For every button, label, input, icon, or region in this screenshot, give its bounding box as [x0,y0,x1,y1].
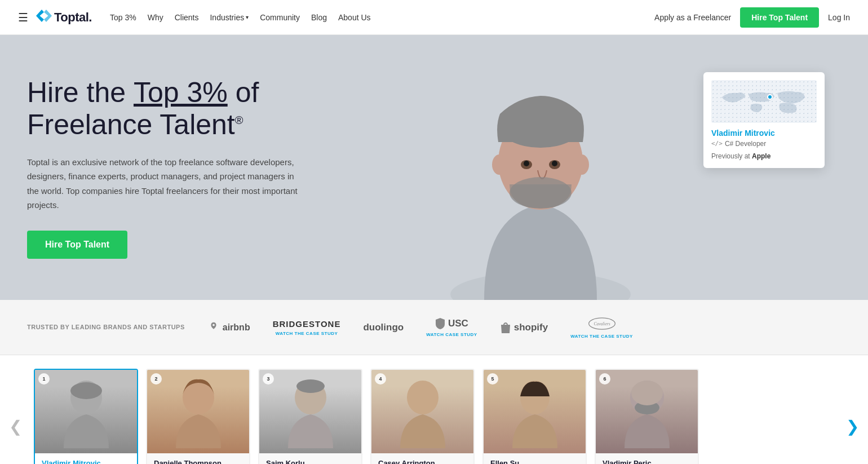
freelancer-info-5: Ellen Su ▌▐ Finance Expert [484,453,586,464]
freelancer-info-1: Vladimir Mitrovic </> C# Developer [35,453,137,464]
nav-link-community[interactable]: Community [260,13,300,22]
freelancer-avatar-3 [259,370,361,453]
usc-shield-icon [435,317,445,330]
freelancer-card-6[interactable]: 6 Vladimir Peric </> JavaScript Develope… [595,369,699,464]
hero-title-part2: of [228,77,259,108]
shopify-logo[interactable]: shopify [500,321,548,334]
svg-point-18 [407,381,439,414]
trusted-label: TRUSTED BY LEADING BRANDS AND STARTUPS [27,322,185,332]
svg-point-9 [492,154,507,175]
freelancer-carousel: 1 Vladimir Mitrovic </> C# Developer 2 [34,369,834,464]
freelancer-card-5[interactable]: 5 Ellen Su ▌▐ Finance Expert [482,369,587,464]
hire-top-talent-nav-button[interactable]: Hire Top Talent [740,7,819,28]
nav-link-industries[interactable]: Industries ▾ [210,13,249,22]
svg-text:Cavaliers: Cavaliers [594,321,610,326]
navbar: ☰ Toptal. Top 3% Why Clients Industries … [0,0,868,35]
shopify-bag-icon [500,321,511,334]
trusted-section: TRUSTED BY LEADING BRANDS AND STARTUPS a… [0,300,868,355]
map-pin-icon [767,94,773,100]
profile-card-map [711,80,817,123]
profile-card-prev: Previously at Apple [711,152,817,160]
airbnb-logo[interactable]: airbnb [207,321,250,334]
hero-profile-card: Vladimir Mitrovic </> C# Developer Previ… [703,72,825,168]
freelancer-avatar-2 [147,370,249,453]
carousel-next-button[interactable]: ❯ [842,413,863,440]
profile-card-name: Vladimir Mitrovic [711,129,817,138]
card-rank-6: 6 [599,373,610,385]
airbnb-icon [207,321,220,334]
profile-card-role: </> C# Developer [711,140,817,148]
nav-link-about[interactable]: About Us [338,13,371,22]
svg-point-7 [552,161,557,166]
svg-point-17 [296,379,325,393]
freelancer-info-3: Saim Korlu ▌▐ M&A Expert [259,453,361,464]
hamburger-menu[interactable]: ☰ [18,11,28,24]
bridgestone-case-study[interactable]: WATCH THE CASE STUDY [276,331,338,336]
card-rank-5: 5 [487,373,498,385]
freelancer-name-1: Vladimir Mitrovic [42,459,130,464]
freelancer-card-4[interactable]: 4 Casey Arrington ☑ Product Manager [370,369,475,464]
freelancer-avatar-5 [484,370,586,453]
brand-airbnb: airbnb [207,321,250,334]
svg-point-10 [574,154,589,175]
hero-section: Hire the Top 3% of Freelance Talent® Top… [0,35,868,300]
bridgestone-logo[interactable]: BRIDGESTONE [273,319,341,329]
industries-chevron-icon: ▾ [246,14,249,20]
card-rank-1: 1 [38,373,50,385]
person-silhouette-3 [282,375,339,448]
freelancer-card-3[interactable]: 3 Saim Korlu ▌▐ M&A Expert [258,369,362,464]
usc-case-study[interactable]: WATCH CASE STUDY [426,332,477,337]
logo-text: Toptal. [54,10,92,25]
freelancer-avatar-4 [371,370,473,453]
hero-title-part1: Hire the [27,77,134,108]
freelancer-card-1[interactable]: 1 Vladimir Mitrovic </> C# Developer [34,369,138,464]
login-link[interactable]: Log In [828,13,850,22]
brand-cavaliers: Cavaliers WATCH THE CASE STUDY [570,316,633,339]
freelancer-avatar-1 [35,370,137,453]
hero-title: Hire the Top 3% of Freelance Talent® [27,77,300,142]
freelancer-info-6: Vladimir Peric </> JavaScript Developer [596,453,698,464]
freelancer-avatar-6 [596,370,698,453]
brand-duolingo: duolingo [363,322,404,333]
freelancer-card-2[interactable]: 2 Danielle Thompson ◈ Product Designer [146,369,250,464]
cavaliers-logo[interactable]: Cavaliers [588,316,616,332]
hire-top-talent-hero-button[interactable]: Hire Top Talent [27,231,127,259]
logo-icon [36,10,52,25]
person-silhouette-2 [170,375,227,448]
freelancer-name-6: Vladimir Peric [603,459,691,464]
hero-title-reg: ® [235,114,243,126]
nav-right: Apply as a Freelancer Hire Top Talent Lo… [654,7,850,28]
nav-link-why[interactable]: Why [148,13,163,22]
person-silhouette-5 [507,375,563,448]
brand-logos: airbnb BRIDGESTONE WATCH THE CASE STUDY … [207,316,841,339]
card-rank-3: 3 [263,373,274,385]
nav-link-blog[interactable]: Blog [311,13,327,22]
person-silhouette-1 [58,375,114,448]
freelancer-name-4: Casey Arrington [378,459,467,464]
nav-link-top3[interactable]: Top 3% [110,13,136,22]
freelancer-name-5: Ellen Su [490,459,579,464]
carousel-prev-button[interactable]: ❮ [5,413,26,440]
svg-point-14 [70,382,102,399]
hero-title-top3: Top 3% [134,77,228,108]
hero-description: Toptal is an exclusive network of the to… [27,155,300,213]
svg-point-6 [524,161,529,166]
hero-content: Hire the Top 3% of Freelance Talent® Top… [0,43,327,293]
svg-point-22 [631,381,663,405]
freelancer-info-4: Casey Arrington ☑ Product Manager [371,453,473,464]
freelancer-info-2: Danielle Thompson ◈ Product Designer [147,453,249,464]
card-rank-4: 4 [375,373,386,385]
hero-person-illustration [439,58,642,300]
apply-freelancer-link[interactable]: Apply as a Freelancer [654,13,731,22]
nav-link-clients[interactable]: Clients [175,13,199,22]
duolingo-logo[interactable]: duolingo [363,322,404,333]
code-icon: </> [711,140,723,147]
freelancer-name-3: Saim Korlu [266,459,355,464]
brand-shopify: shopify [500,321,548,334]
usc-logo[interactable]: USC [435,317,468,330]
logo[interactable]: Toptal. [36,10,92,25]
brand-usc: USC WATCH CASE STUDY [426,317,477,337]
cavaliers-icon: Cavaliers [588,316,616,332]
cavaliers-case-study[interactable]: WATCH THE CASE STUDY [570,334,633,339]
map-continents [711,80,817,123]
